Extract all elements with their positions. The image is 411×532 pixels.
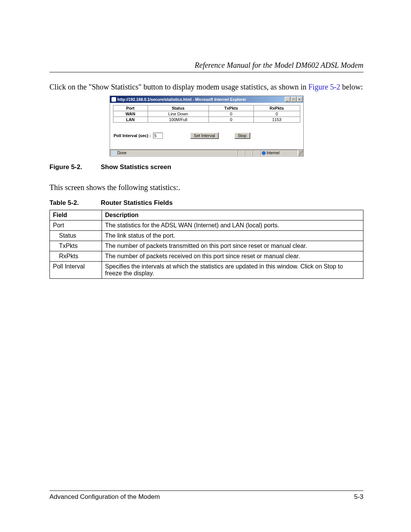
table-caption-label: Table 5-2.: [49, 199, 99, 207]
table-caption-text: Router Statistics Fields: [101, 199, 173, 206]
status-pane-empty: [252, 150, 260, 156]
table-row: Poll Interval Specifies the intervals at…: [50, 262, 363, 279]
col-status: Status: [148, 105, 209, 111]
cell-port: WAN: [113, 111, 148, 117]
cell-rx: 1153: [253, 117, 300, 123]
footer-page-number: 5-3: [354, 493, 363, 501]
table-row: Port The statistics for the ADSL WAN (In…: [50, 220, 363, 231]
cell-status: Line Down: [148, 111, 209, 117]
desc-header-field: Field: [50, 210, 102, 220]
col-port: Port: [113, 105, 148, 111]
desc-field: Port: [50, 220, 102, 231]
desc-desc: Specifies the intervals at which the sta…: [102, 262, 363, 279]
table-row: Status The link status of the port.: [50, 231, 363, 241]
footer-left: Advanced Configuration of the Modem: [49, 493, 160, 501]
poll-label: Poll Interval (sec) :: [114, 133, 151, 138]
set-interval-button[interactable]: Set Interval: [190, 133, 218, 139]
status-done-text: Done: [118, 151, 127, 155]
resize-grip[interactable]: [298, 150, 303, 156]
cell-status: 100M/Full: [148, 117, 209, 123]
status-internet: Internet: [260, 150, 298, 156]
figure-caption-label: Figure 5-2.: [49, 163, 99, 171]
desc-desc: The link status of the port.: [102, 231, 363, 241]
desc-field: Poll Interval: [50, 262, 102, 279]
cell-tx: 0: [209, 117, 253, 123]
close-button[interactable]: ×: [297, 97, 303, 102]
poll-interval-row: Poll Interval (sec) : Set Interval Stop: [113, 133, 300, 139]
intro-text-pre: Click on the "Show Statistics" button to…: [49, 83, 308, 91]
poll-interval-input[interactable]: [153, 133, 163, 139]
window-title: http://192.168.0.1/secure/statistics.htm…: [118, 97, 246, 102]
desc-field: Status: [50, 231, 102, 241]
figure-caption-text: Show Statistics screen: [101, 163, 171, 171]
ie-icon: [112, 97, 116, 102]
table-row: WAN Line Down 0 0: [113, 111, 300, 117]
desc-field: RxPkts: [50, 251, 102, 262]
table-row: RxPkts The number of packets received on…: [50, 251, 363, 262]
table-row: LAN 100M/Full 0 1153: [113, 117, 300, 123]
statistics-table: Port Status TxPkts RxPkts WAN Line Down …: [113, 105, 300, 123]
status-internet-text: Internet: [267, 151, 280, 155]
page-icon: [112, 151, 116, 155]
mid-paragraph: This screen shows the following statisti…: [49, 182, 363, 192]
page-header: Reference Manual for the Model DM602 ADS…: [49, 61, 363, 72]
intro-text-post: below:: [340, 83, 363, 91]
cell-port: LAN: [113, 117, 148, 123]
table-caption: Table 5-2. Router Statistics Fields: [49, 199, 363, 207]
stop-button[interactable]: Stop: [234, 133, 250, 139]
cell-tx: 0: [209, 111, 253, 117]
status-pane-empty: [237, 150, 245, 156]
window-titlebar: http://192.168.0.1/secure/statistics.htm…: [110, 96, 303, 103]
desc-header-description: Description: [102, 210, 363, 220]
desc-field: TxPkts: [50, 241, 102, 251]
col-rxpkts: RxPkts: [253, 105, 300, 111]
maximize-button[interactable]: □: [291, 97, 296, 102]
intro-paragraph: Click on the "Show Statistics" button to…: [49, 82, 363, 92]
figure-link[interactable]: Figure 5-2: [308, 83, 340, 91]
status-done: Done: [110, 150, 237, 156]
desc-desc: The number of packets received on this p…: [102, 251, 363, 262]
desc-desc: The statistics for the ADSL WAN (Interne…: [102, 220, 363, 231]
col-txpkts: TxPkts: [209, 105, 253, 111]
page-footer: Advanced Configuration of the Modem 5-3: [49, 490, 363, 501]
screenshot-window: http://192.168.0.1/secure/statistics.htm…: [110, 96, 304, 157]
status-bar: Done Internet: [110, 149, 303, 156]
figure-caption: Figure 5-2. Show Statistics screen: [49, 163, 363, 171]
minimize-button[interactable]: _: [285, 97, 290, 102]
table-row: TxPkts The number of packets transmitted…: [50, 241, 363, 251]
desc-desc: The number of packets transmitted on thi…: [102, 241, 363, 251]
status-pane-empty: [245, 150, 252, 156]
router-statistics-fields-table: Field Description Port The statistics fo…: [49, 210, 363, 279]
cell-rx: 0: [253, 111, 300, 117]
internet-icon: [262, 151, 266, 155]
